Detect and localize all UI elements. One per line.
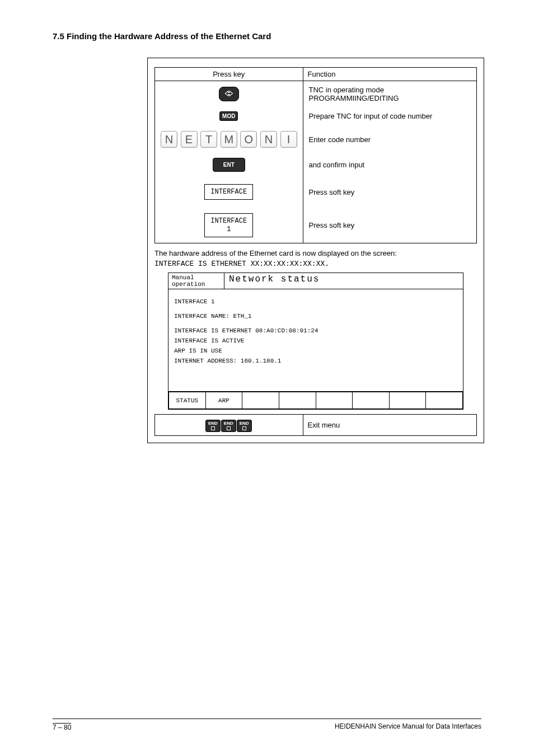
screen-line: ARP IS IN USE [174, 348, 457, 354]
section-heading: 7.5 Finding the Hardware Address of the … [53, 31, 481, 41]
softkey-interface-1: INTERFACE 1 [204, 213, 253, 237]
terminal-screenshot: Manual operation Network status INTERFAC… [168, 273, 463, 410]
end-key-group: END END END [205, 420, 252, 432]
interface-code-line: INTERFACE IS ETHERNET XX:XX:XX:XX:XX:XX. [154, 260, 477, 268]
instruction-box: Press key Function TNC in operating mode… [147, 58, 484, 443]
hardware-address-desc: The hardware address of the Ethernet car… [154, 249, 477, 257]
screen-fn [426, 392, 463, 409]
fn-prepare: Prepare TNC for input of code number [303, 107, 477, 125]
key-I: I [280, 131, 297, 148]
screen-line: INTERFACE IS ACTIVE [174, 337, 457, 344]
screen-mode: Manual operation [168, 273, 224, 289]
screen-fn [390, 392, 427, 409]
screen-title: Network status [224, 273, 463, 289]
softkey-interface: INTERFACE [204, 184, 253, 200]
key-N2: N [260, 131, 277, 148]
screen-fn [279, 392, 316, 409]
fn-confirm: and confirm input [303, 153, 477, 176]
key-O: O [240, 131, 257, 148]
fn-softkey1: Press soft key [303, 176, 477, 208]
key-N: N [161, 131, 177, 148]
screen-fn [316, 392, 353, 409]
key-M: M [221, 131, 237, 148]
editing-icon [219, 87, 239, 101]
screen-fn: STATUS [168, 392, 206, 409]
end-key-label: END [240, 421, 249, 426]
ent-key-icon: ENT [213, 158, 245, 172]
screen-fn [353, 392, 390, 409]
fn-exit: Exit menu [303, 415, 477, 436]
key-E: E [181, 131, 198, 148]
end-key-label: END [224, 421, 233, 426]
fn-enter-code: Enter code number [303, 125, 477, 153]
th-press-key: Press key [155, 68, 303, 81]
screen-fn [242, 392, 279, 409]
page-number: 7 – 80 [53, 724, 71, 731]
manual-title: HEIDENHAIN Service Manual for Data Inter… [335, 722, 481, 731]
end-key-label: END [208, 421, 218, 426]
th-function: Function [303, 68, 477, 81]
mod-key-icon: MOD [219, 111, 238, 121]
fn-operating-mode: TNC in operating mode PROGRAMMIING/EDITI… [303, 81, 477, 107]
keypress-table: Press key Function TNC in operating mode… [154, 67, 477, 243]
page-footer: 7 – 80 HEIDENHAIN Service Manual for Dat… [53, 719, 481, 731]
screen-line: INTERFACE NAME: ETH_1 [174, 313, 457, 320]
key-T: T [200, 131, 217, 148]
screen-fn: ARP [206, 392, 243, 409]
screen-line: INTERFACE 1 [174, 298, 457, 305]
screen-line: INTERFACE IS ETHERNET 08:A0:CD:08:01:24 [174, 327, 457, 334]
screen-line: INTERNET ADDRESS: 160.1.180.1 [174, 358, 457, 364]
fn-softkey2: Press soft key [303, 208, 477, 243]
exit-table: END END END Exit menu [154, 414, 477, 436]
